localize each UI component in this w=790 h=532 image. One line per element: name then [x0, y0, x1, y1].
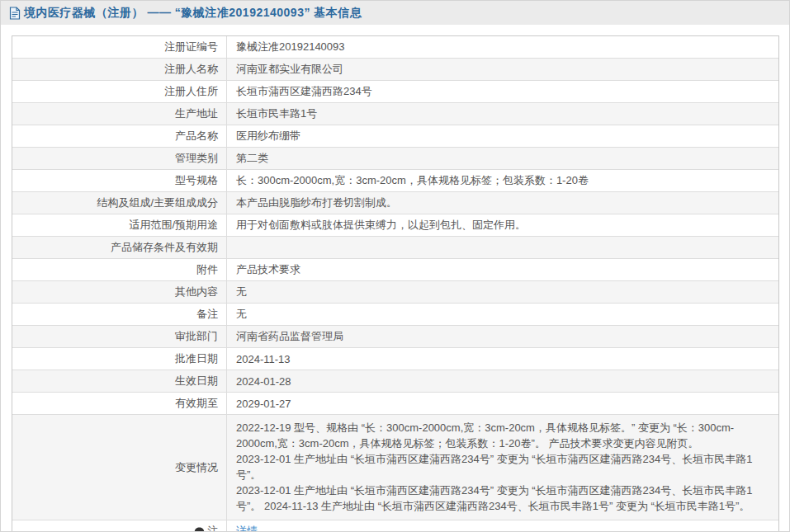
comment-icon [194, 527, 205, 532]
row-value: 2029-01-27 [227, 393, 778, 414]
row-value: 河南亚都实业有限公司 [227, 59, 778, 80]
table-row: 审批部门 河南省药品监督管理局 [12, 326, 778, 348]
table-row: 产品名称 医用纱布绷带 [12, 125, 778, 148]
table-row: 附件 产品技术要求 [12, 259, 778, 281]
row-value-change-history: 2022-12-19 型号、规格由 “长：300cm-2000cm,宽：3cm-… [227, 415, 778, 520]
row-label: 产品储存条件及有效期 [12, 237, 227, 258]
row-value [227, 237, 778, 258]
row-value: 2024-01-28 [227, 370, 778, 392]
row-label: 注册人住所 [12, 81, 227, 102]
row-label: 生产地址 [12, 103, 227, 125]
table-row: 有效期至 2029-01-27 [12, 393, 778, 415]
row-value: 长：300cm-2000cm,宽：3cm-20cm，具体规格见标签；包装系数：1… [227, 170, 778, 191]
table-row: 批准日期 2024-11-13 [12, 348, 778, 370]
row-value: 长垣市民丰路1号 [227, 103, 778, 125]
row-label: 管理类别 [12, 148, 227, 169]
row-label: 变更情况 [12, 415, 227, 520]
page-title: 境内医疗器械（注册） —— “豫械注准20192140093” 基本信息 [24, 6, 362, 21]
table-row: 适用范围/预期用途 用于对创面敷料或肢体提供束缚力，以起到包扎、固定作用。 [12, 214, 778, 237]
row-label: 产品名称 [12, 125, 227, 147]
row-label-note: 注 [12, 520, 227, 532]
row-label: 备注 [12, 304, 227, 325]
row-label: 有效期至 [12, 393, 227, 414]
row-label: 结构及组成/主要组成成分 [12, 192, 227, 214]
row-value: 产品技术要求 [227, 259, 778, 280]
row-value: 医用纱布绷带 [227, 125, 778, 147]
content-panel: 注册证编号 豫械注准20192140093 注册人名称 河南亚都实业有限公司 注… [1, 25, 789, 532]
row-value-note: 详情 [227, 520, 778, 532]
table-row: 生效日期 2024-01-28 [12, 370, 778, 393]
table-row-note: 注 详情 [12, 520, 778, 532]
row-value: 长垣市蒲西区建蒲西路234号 [227, 81, 778, 102]
row-label: 注册人名称 [12, 59, 227, 80]
registration-info-table: 注册证编号 豫械注准20192140093 注册人名称 河南亚都实业有限公司 注… [12, 35, 779, 532]
table-row: 结构及组成/主要组成成分 本产品由脱脂纱布打卷切割制成。 [12, 192, 778, 214]
table-row: 管理类别 第二类 [12, 148, 778, 170]
table-row: 备注 无 [12, 304, 778, 326]
row-label: 其他内容 [12, 281, 227, 303]
row-value: 河南省药品监督管理局 [227, 326, 778, 347]
row-label: 注册证编号 [12, 36, 227, 58]
page-header: 境内医疗器械（注册） —— “豫械注准20192140093” 基本信息 [1, 1, 789, 25]
row-label: 附件 [12, 259, 227, 280]
row-label-text: 注 [207, 524, 218, 532]
row-value: 无 [227, 304, 778, 325]
row-label: 生效日期 [12, 370, 227, 392]
row-value: 豫械注准20192140093 [227, 36, 778, 58]
table-row: 其他内容 无 [12, 281, 778, 304]
document-icon [9, 7, 21, 20]
row-label: 型号规格 [12, 170, 227, 191]
row-value: 第二类 [227, 148, 778, 169]
table-row-change-history: 变更情况 2022-12-19 型号、规格由 “长：300cm-2000cm,宽… [12, 415, 778, 520]
table-row: 注册人名称 河南亚都实业有限公司 [12, 59, 778, 81]
row-label: 批准日期 [12, 348, 227, 370]
table-row: 注册人住所 长垣市蒲西区建蒲西路234号 [12, 81, 778, 103]
table-row: 型号规格 长：300cm-2000cm,宽：3cm-20cm，具体规格见标签；包… [12, 170, 778, 192]
table-row: 注册证编号 豫械注准20192140093 [12, 36, 778, 59]
row-label: 适用范围/预期用途 [12, 214, 227, 236]
row-value: 无 [227, 281, 778, 303]
table-row: 产品储存条件及有效期 [12, 237, 778, 259]
row-value: 本产品由脱脂纱布打卷切割制成。 [227, 192, 778, 214]
row-label: 审批部门 [12, 326, 227, 347]
table-row: 生产地址 长垣市民丰路1号 [12, 103, 778, 125]
row-value: 2024-11-13 [227, 348, 778, 370]
row-value: 用于对创面敷料或肢体提供束缚力，以起到包扎、固定作用。 [227, 214, 778, 236]
details-link[interactable]: 详情 [236, 524, 258, 532]
registration-info-page: 境内医疗器械（注册） —— “豫械注准20192140093” 基本信息 注册证… [0, 0, 790, 532]
